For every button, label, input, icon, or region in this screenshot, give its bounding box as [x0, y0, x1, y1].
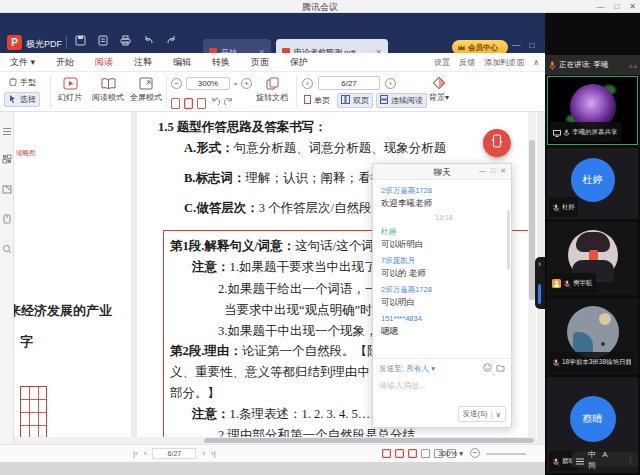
outline-panel-icon[interactable]	[2, 122, 12, 140]
status-zoom-out-icon[interactable]: −	[470, 448, 480, 458]
slideshow-button[interactable]: 幻灯片	[53, 74, 87, 103]
status-zoom-slider[interactable]	[486, 453, 526, 455]
chat-minimize-icon[interactable]: —	[479, 167, 486, 175]
chat-close-icon[interactable]: ✕	[500, 167, 506, 175]
previous-page-icon[interactable]: ‹	[302, 78, 313, 89]
settings-link[interactable]: 设置	[434, 57, 450, 68]
ime-more-icon[interactable]: ⋮	[627, 456, 634, 464]
meeting-minimize-button[interactable]: —	[596, 2, 604, 11]
mic-muted-icon	[552, 452, 560, 470]
menu-convert[interactable]: 转换	[210, 54, 232, 71]
add-to-desktop-link[interactable]: 添加到桌面	[484, 57, 524, 68]
chat-scrollbar[interactable]	[507, 210, 510, 270]
pdf-minimize-button[interactable]: —	[512, 40, 521, 50]
status-page-indicator[interactable]: 6/27	[152, 448, 196, 459]
zoom-in-icon[interactable]: +	[241, 78, 252, 89]
chat-maximize-icon[interactable]: □	[491, 167, 495, 175]
participant-name: 樊宇航	[573, 279, 593, 288]
thumbnail-panel-icon[interactable]	[2, 150, 12, 168]
horizontal-scroll-thumb[interactable]	[204, 438, 534, 443]
print-icon[interactable]	[120, 35, 131, 46]
attachment-panel-icon[interactable]	[2, 210, 12, 228]
select-tool-button[interactable]: 选择	[4, 92, 40, 107]
status-zoom-level[interactable]: 300% ▾	[438, 449, 463, 458]
read-mode-button[interactable]: 阅读模式	[90, 74, 126, 103]
participant-tile-screenshare[interactable]: 李曦的屏幕共享	[547, 76, 638, 145]
speaking-label: 正在讲话: 李曦	[559, 60, 608, 70]
background-button[interactable]: 背景▾	[424, 74, 454, 103]
send-button[interactable]: 发送(S) | ∨	[458, 406, 506, 422]
doc-line: B.标志词：理解；认识；阐释；看待	[184, 170, 383, 187]
status-single-page-icon[interactable]	[382, 449, 391, 458]
doc-line: C.做答层次：3 个作答层次/自然段	[184, 200, 372, 217]
ime-language-bar[interactable]: 中 A 簡 ⋮	[572, 452, 638, 467]
menu-read[interactable]: 阅读	[93, 54, 115, 71]
send-to-caret-icon: ▾	[431, 364, 435, 373]
rotate-document-button[interactable]: 旋转文档	[252, 74, 292, 103]
chat-message-list[interactable]: 2班万嘉惠1728 欢迎李曦老师 19:18 杜婷 可以听明白 7班庞凯月 可以…	[373, 180, 511, 358]
collapse-toolbar-icon[interactable]: ∧	[533, 58, 539, 67]
participant-tile[interactable]: 18学前本3班38徐旭日魏林	[547, 298, 638, 374]
single-page-button[interactable]: 单页	[300, 93, 334, 108]
hand-tool-button[interactable]: 手型	[4, 75, 40, 90]
fullscreen-button[interactable]: 全屏模式	[128, 74, 164, 103]
status-fit-page-icon[interactable]	[395, 449, 404, 458]
next-page-icon[interactable]: ›	[202, 449, 205, 458]
rotate-document-icon	[252, 74, 292, 92]
participant-tile[interactable]: 樊宇航	[547, 222, 638, 295]
document-icon[interactable]	[98, 35, 108, 46]
redo-icon[interactable]	[166, 36, 177, 46]
chat-input[interactable]	[379, 381, 505, 390]
prev-page-icon[interactable]: ‹	[144, 449, 147, 458]
participant-name: 18学前本3班38徐旭日魏林	[562, 358, 631, 367]
cursor-icon	[8, 94, 17, 105]
zoom-level-box[interactable]: 300%	[186, 77, 230, 90]
meeting-maximize-button[interactable]: □	[614, 2, 619, 11]
zoom-out-icon[interactable]: −	[171, 78, 182, 89]
menu-edit[interactable]: 编辑	[171, 54, 193, 71]
mic-muted-icon	[552, 353, 560, 371]
feedback-link[interactable]: 反馈	[459, 57, 475, 68]
send-to-selector[interactable]: 所有人 ▾	[407, 364, 435, 374]
rotate-right-icon[interactable]	[224, 94, 234, 112]
next-page-icon[interactable]: ›	[385, 78, 396, 89]
pdf-horizontal-scrollbar[interactable]	[14, 437, 537, 444]
search-panel-icon[interactable]	[2, 240, 12, 258]
menu-protect[interactable]: 保护	[288, 54, 310, 71]
double-page-button[interactable]: 双页	[337, 93, 373, 108]
status-continuous-icon[interactable]	[421, 449, 430, 458]
save-icon[interactable]	[75, 35, 86, 46]
chat-sender-name: 151****4834	[381, 313, 507, 325]
continuous-read-button[interactable]: 连续阅读	[376, 93, 427, 108]
emoji-icon[interactable]	[483, 363, 492, 374]
participant-tile[interactable]: 杜婷 杜婷	[547, 148, 638, 219]
send-options-caret-icon[interactable]: ∨	[496, 410, 502, 419]
ime-menu-icon[interactable]	[576, 451, 584, 469]
send-to-phone-button[interactable]	[483, 129, 511, 157]
pdf-maximize-button[interactable]: □	[530, 40, 535, 50]
chat-sender-name: 7班庞凯月	[381, 255, 507, 267]
avatar: 蔡晴	[570, 396, 616, 442]
status-fit-width-icon[interactable]	[408, 449, 417, 458]
first-page-icon[interactable]: |‹	[133, 449, 138, 458]
menu-start[interactable]: 开始	[54, 54, 76, 71]
chat-message-text: 可以明白	[381, 296, 507, 308]
menu-annotate[interactable]: 注释	[132, 54, 154, 71]
rotate-left-icon[interactable]	[210, 94, 220, 112]
page-indicator-input[interactable]	[318, 76, 380, 90]
sidebar-collapse-handle[interactable]: ›	[535, 257, 545, 309]
ime-mode-label[interactable]: 中 A 簡	[588, 449, 623, 471]
file-icon[interactable]	[496, 363, 505, 374]
annotation-panel-icon[interactable]	[2, 180, 12, 198]
menu-page[interactable]: 页面	[249, 54, 271, 71]
fit-page-icon[interactable]	[184, 98, 193, 109]
fullscreen-icon	[128, 74, 164, 92]
menu-file[interactable]: 文件 ▾	[8, 54, 37, 71]
last-page-icon[interactable]: ›|	[211, 449, 216, 458]
undo-icon[interactable]	[143, 36, 154, 46]
zoom-caret-icon[interactable]: ▾	[234, 80, 237, 87]
fit-width-icon[interactable]	[171, 98, 180, 109]
chevron-right-icon: ›	[538, 259, 541, 269]
actual-size-icon[interactable]	[197, 98, 206, 109]
meeting-close-button[interactable]: ✕	[629, 2, 636, 11]
